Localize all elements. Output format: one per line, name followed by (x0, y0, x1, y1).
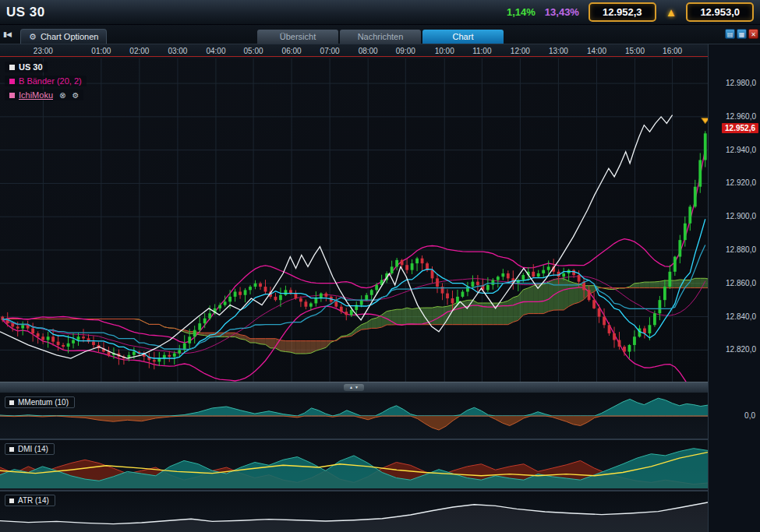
tick-up-arrow-icon: ▲ (666, 6, 677, 18)
grip-up-icon: ▲ (349, 386, 353, 389)
momentum-label-chip[interactable]: MMentum (10) (5, 396, 75, 408)
time-label: 08:00 (355, 47, 380, 55)
momentum-panel: MMentum (10) (0, 393, 708, 439)
time-label: 02:00 (127, 47, 152, 55)
indicator-settings-icon[interactable]: ⚙ (72, 91, 79, 100)
indicator-bullet-icon (9, 400, 14, 405)
atr-label: ATR (14) (18, 496, 49, 505)
dmi-canvas[interactable] (0, 440, 708, 490)
instrument-header: US 30 1,14% 13,43% 12.952,3 ▲ 12.953,0 (0, 0, 760, 25)
grip-down-icon: ▼ (355, 386, 359, 389)
chart-legend: US 30 B Bänder (20, 2) IchiMoku ⊗ ⚙ (5, 62, 87, 104)
change-percent-green: 1,14% (507, 6, 536, 18)
price-axis-label: 12.980,0 (726, 79, 756, 87)
price-axis-label: 12.920,0 (726, 178, 756, 187)
momentum-zero-label: 0,0 (744, 411, 755, 420)
legend-item-instrument[interactable]: US 30 (5, 62, 48, 72)
price-axis-label: 12.960,0 (726, 112, 756, 121)
momentum-negative-area (0, 416, 708, 430)
series-swatch-icon (9, 79, 15, 84)
window-grid-button[interactable]: ▦ (737, 29, 747, 39)
series-swatch-icon (9, 93, 15, 98)
chart-options-button[interactable]: ⚙ Chart Optionen (20, 29, 107, 44)
time-label: 05:00 (241, 47, 266, 55)
time-label: 01:00 (89, 47, 114, 55)
buy-price-button[interactable]: 12.953,0 (686, 2, 754, 22)
header-quote-area: 1,14% 13,43% 12.952,3 ▲ 12.953,0 (507, 2, 754, 22)
alert-line (0, 56, 760, 57)
price-axis-label: 12.880,0 (726, 245, 756, 254)
price-axis[interactable]: 12.952,6 0,0 12.980,012.960,012.940,012.… (708, 44, 760, 532)
series-swatch-icon (9, 65, 15, 70)
time-label: 11:00 (469, 47, 494, 55)
atr-panel: ATR (14) (0, 491, 708, 532)
current-price-tag: 12.952,6 (722, 123, 758, 133)
time-label: 09:00 (393, 47, 418, 55)
time-label: 04:00 (203, 47, 228, 55)
time-label: 14:00 (584, 47, 609, 55)
sell-price-button[interactable]: 12.952,3 (589, 2, 656, 22)
legend-item-ichimoku[interactable]: IchiMoku ⊗ ⚙ (5, 90, 83, 100)
time-label: 07:00 (317, 47, 342, 55)
time-label: 15:00 (622, 47, 647, 55)
price-axis-label: 12.940,0 (726, 146, 756, 154)
legend-instrument-label: US 30 (19, 62, 43, 72)
gear-icon: ⚙ (29, 32, 37, 42)
time-label: 13:00 (546, 47, 571, 55)
momentum-positive-line (0, 398, 708, 416)
dmi-label-chip[interactable]: DMI (14) (5, 443, 55, 455)
window-layout-button[interactable]: ▤ (725, 29, 735, 39)
indicator-bullet-icon (9, 447, 14, 452)
time-label: 16:00 (660, 47, 685, 55)
trading-app-window: US 30 1,14% 13,43% 12.952,3 ▲ 12.953,0 ▮… (0, 0, 760, 532)
momentum-label: MMentum (10) (18, 398, 69, 407)
panel-splitter[interactable]: ▲ ▼ (0, 382, 708, 393)
legend-bollinger-label: B Bänder (20, 2) (19, 76, 82, 86)
main-chart-canvas[interactable] (0, 58, 708, 382)
splitter-grip[interactable]: ▲ ▼ (344, 384, 364, 391)
toolbar: ▮◀ ⚙ Chart Optionen Übersicht Nachrichte… (0, 25, 760, 44)
tenkan-line (2, 219, 705, 358)
arrow-left-icon: ◀ (6, 30, 11, 38)
time-label: 10:00 (432, 47, 457, 55)
chart-options-label: Chart Optionen (41, 32, 99, 41)
tab-uebersicht[interactable]: Übersicht (257, 30, 338, 44)
price-axis-label: 12.860,0 (726, 279, 756, 287)
time-label: 12:00 (507, 47, 532, 55)
window-buttons: ▤ ▦ ✕ (725, 29, 758, 39)
time-label: 03:00 (165, 47, 190, 55)
change-percent-purple: 13,43% (545, 6, 579, 18)
atr-area (0, 502, 708, 532)
atr-label-chip[interactable]: ATR (14) (5, 495, 55, 506)
indicator-bullet-icon (9, 499, 14, 503)
tab-nachrichten[interactable]: Nachrichten (340, 30, 421, 44)
dmi-panel: DMI (14) (0, 440, 708, 490)
close-button[interactable]: ✕ (748, 29, 758, 39)
legend-ichimoku-label: IchiMoku (19, 90, 53, 100)
tab-chart[interactable]: Chart (422, 30, 504, 44)
collapse-panel-icon[interactable]: ▮◀ (3, 30, 11, 38)
remove-indicator-icon[interactable]: ⊗ (59, 91, 65, 100)
atr-canvas[interactable] (0, 491, 708, 532)
current-price-marker (702, 118, 708, 124)
dmi-label: DMI (14) (18, 445, 48, 453)
price-axis-label: 12.900,0 (726, 212, 756, 220)
time-label: 23:00 (30, 47, 55, 55)
momentum-canvas[interactable] (0, 393, 708, 439)
price-axis-label: 12.840,0 (726, 312, 756, 321)
price-axis-label: 12.820,0 (726, 345, 756, 354)
legend-item-bollinger[interactable]: B Bänder (20, 2) (5, 76, 87, 86)
view-tabs: Übersicht Nachrichten Chart (257, 30, 504, 44)
time-label: 06:00 (279, 47, 304, 55)
instrument-title: US 30 (6, 5, 45, 20)
